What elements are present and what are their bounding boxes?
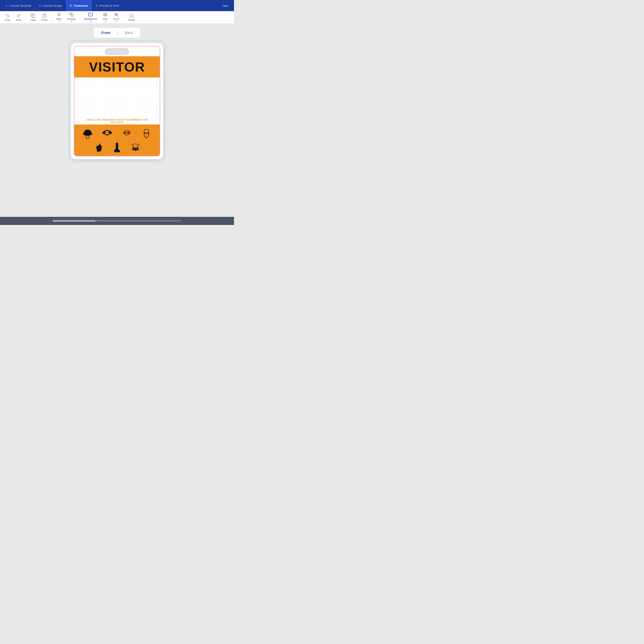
tab-choose-template[interactable]: 1 - Choose Template [2, 0, 35, 11]
badge-slot-area [74, 46, 160, 56]
svg-rect-8 [71, 13, 73, 15]
redo-button[interactable]: Redo [14, 12, 24, 22]
arrange-icon [69, 12, 74, 17]
badge-title-text: VISITOR [89, 59, 145, 74]
svg-point-24 [103, 131, 105, 134]
view-label: View [103, 18, 108, 20]
copy-icon [31, 13, 35, 18]
separator-1 [26, 14, 26, 21]
svg-rect-30 [128, 132, 130, 133]
tab-preview-print[interactable]: 4 - Preview & Print [92, 0, 123, 11]
redo-label: Redo [16, 19, 21, 21]
badge-content-area: VISITOR CIRCLE THE REQUIRED SAFETY EQUIP… [74, 56, 160, 156]
open-label: Oper [218, 0, 232, 11]
view-icon [103, 12, 108, 17]
align-label: Align [56, 18, 61, 20]
svg-rect-2 [44, 14, 45, 15]
tab-back[interactable]: Back [123, 30, 134, 36]
ear-protection-icon [101, 127, 113, 139]
badge-safety-text: CIRCLE THE REQUIRED SAFETY EQUIPMENT FOR… [74, 117, 160, 125]
align-arrow: ▼ [58, 21, 60, 23]
paste-button[interactable]: Paste [39, 12, 50, 22]
paste-label: Paste [41, 19, 47, 21]
badge-slot-rect [105, 49, 129, 55]
respirator-icon [129, 141, 141, 153]
bottom-bar [0, 217, 234, 225]
svg-rect-7 [71, 15, 73, 16]
align-button[interactable]: Align ▼ [54, 11, 64, 23]
zoom-label: Zoom [113, 18, 119, 20]
tab-divider: | [117, 30, 118, 35]
svg-rect-37 [114, 151, 120, 152]
svg-rect-36 [116, 143, 118, 149]
badge-card[interactable]: VISITOR CIRCLE THE REQUIRED SAFETY EQUIP… [71, 43, 163, 159]
boots-icon [111, 141, 123, 153]
redo-icon [16, 13, 21, 18]
safety-icons-row-1 [78, 127, 156, 139]
badge-middle-section[interactable] [74, 77, 160, 117]
main-canvas-area: Front | Back VISITOR CIRCLE THE REQU [0, 24, 234, 217]
view-tabs-container: Front | Back [94, 28, 140, 38]
copy-button[interactable]: Copy [28, 12, 38, 22]
svg-point-27 [108, 132, 109, 133]
separator-2 [52, 14, 52, 21]
view-button[interactable]: View ▼ [100, 11, 110, 23]
undo-button[interactable]: Undo [3, 12, 12, 22]
badge-header-band[interactable]: VISITOR [74, 56, 160, 77]
arrange-arrow: ▼ [71, 21, 73, 23]
svg-rect-10 [89, 13, 93, 16]
copy-label: Copy [30, 19, 36, 21]
delete-icon [129, 13, 134, 18]
undo-icon [5, 13, 10, 18]
zoom-arrow: ▼ [116, 21, 117, 23]
svg-point-39 [132, 149, 135, 150]
align-icon [57, 12, 61, 17]
undo-label: Undo [5, 19, 10, 21]
svg-point-26 [105, 132, 106, 133]
badge-inner-container: VISITOR CIRCLE THE REQUIRED SAFETY EQUIP… [74, 46, 160, 156]
svg-point-25 [109, 131, 112, 134]
svg-rect-29 [124, 132, 126, 133]
background-arrow: ▼ [90, 21, 92, 23]
paste-icon [42, 13, 47, 18]
arrange-label: Arrange [67, 18, 76, 20]
delete-label: Delete [128, 19, 135, 21]
face-shield-icon [140, 127, 152, 139]
arrange-button[interactable]: Arrange ▼ [65, 11, 78, 23]
gloves-icon [93, 141, 105, 153]
view-arrow: ▼ [105, 21, 106, 23]
scrollbar-thumb[interactable] [53, 220, 96, 222]
background-button[interactable]: Background ▼ [82, 11, 99, 23]
separator-4 [124, 14, 124, 21]
svg-rect-6 [70, 13, 71, 15]
tab-customize[interactable]: 3 - Customize [66, 0, 92, 11]
svg-point-34 [144, 129, 149, 134]
delete-button[interactable]: Delete [126, 12, 137, 22]
safety-glasses-icon [121, 127, 133, 139]
svg-point-21 [83, 134, 92, 135]
toolbar: Undo Redo Copy Paste [0, 11, 234, 24]
svg-point-11 [105, 14, 106, 15]
zoom-icon [114, 12, 119, 17]
badge-footer-section[interactable] [74, 125, 160, 156]
svg-rect-0 [32, 15, 35, 17]
svg-point-40 [136, 149, 139, 150]
zoom-button[interactable]: Zoom ▼ [111, 11, 122, 23]
background-label: Background [84, 18, 97, 20]
tab-choose-design[interactable]: 2 - Choose Design [35, 0, 66, 11]
svg-line-13 [117, 15, 118, 17]
tab-front[interactable]: Front [100, 30, 112, 36]
safety-icons-row-2 [78, 141, 156, 153]
background-icon [88, 12, 93, 17]
hardhat-icon [82, 127, 94, 139]
scrollbar-track [53, 220, 181, 222]
nav-bar: 1 - Choose Template 2 - Choose Design 3 … [0, 0, 234, 11]
